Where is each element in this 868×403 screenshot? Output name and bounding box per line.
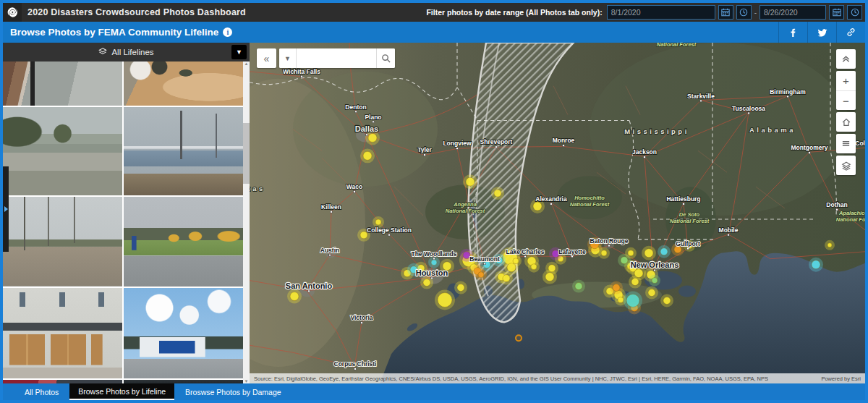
zoom-out-button[interactable]: − bbox=[836, 90, 856, 110]
photo-dot[interactable] bbox=[457, 284, 464, 292]
photo-dot[interactable] bbox=[628, 250, 634, 256]
facebook-icon[interactable] bbox=[778, 22, 807, 43]
map-label: Lake Charles bbox=[506, 248, 545, 255]
gallery-scrollbar[interactable]: ▲ ▼ bbox=[243, 61, 250, 383]
twitter-icon[interactable] bbox=[807, 22, 836, 43]
photo-thumbnail[interactable] bbox=[124, 197, 243, 287]
dashboard-page: 2020 Disasters Crowdsourced Photos Dashb… bbox=[0, 0, 868, 403]
photo-dot[interactable] bbox=[368, 133, 377, 142]
scroll-down-icon[interactable]: ▼ bbox=[244, 379, 249, 383]
photo-dot[interactable] bbox=[423, 279, 430, 287]
map-container[interactable]: Wichita FallsDentonPlanoDallasTylerLongv… bbox=[250, 43, 865, 383]
link-icon[interactable] bbox=[836, 22, 865, 43]
map-label: Angelina bbox=[453, 201, 477, 208]
map-label: Houston bbox=[416, 268, 448, 277]
share-buttons bbox=[778, 22, 865, 43]
map-label: Tuscaloosa bbox=[732, 105, 765, 112]
photo-dot[interactable] bbox=[494, 190, 501, 197]
layers-icon[interactable] bbox=[836, 156, 856, 175]
photo-dot[interactable] bbox=[290, 292, 299, 301]
city-marker bbox=[608, 245, 610, 247]
map-label: De Soto bbox=[679, 211, 700, 218]
map-label: Longview bbox=[443, 140, 472, 147]
city-marker bbox=[373, 121, 375, 123]
zoom-in-button[interactable]: + bbox=[836, 71, 856, 90]
photo-dot[interactable] bbox=[613, 284, 620, 292]
storm-position-marker[interactable] bbox=[516, 335, 522, 341]
photo-dot[interactable] bbox=[621, 257, 628, 264]
photo-thumbnail[interactable] bbox=[3, 107, 122, 195]
map-label: Columbus bbox=[855, 140, 865, 147]
calendar-icon[interactable] bbox=[718, 5, 733, 20]
tab-all-photos[interactable]: All Photos bbox=[16, 383, 67, 400]
photo-thumbnail[interactable] bbox=[3, 197, 122, 287]
search-source-caret-icon[interactable]: ▼ bbox=[279, 48, 297, 68]
photo-dot[interactable] bbox=[438, 293, 452, 307]
photo-dot[interactable] bbox=[431, 260, 437, 266]
collapse-search-icon[interactable]: « bbox=[257, 48, 276, 68]
tab-broswse-photos-by-damage[interactable]: Broswse Photos by Damage bbox=[176, 383, 289, 400]
photo-dot[interactable] bbox=[478, 272, 484, 278]
photo-dot[interactable] bbox=[363, 151, 372, 160]
clock-icon[interactable] bbox=[847, 5, 862, 20]
photo-dot[interactable] bbox=[626, 294, 639, 307]
scroll-up-icon[interactable]: ▲ bbox=[244, 61, 249, 66]
map-label: Texas bbox=[250, 184, 265, 192]
map-label: Gulfport bbox=[676, 240, 700, 247]
date-range-filter: Filter photos by date range (All Photos … bbox=[426, 5, 865, 20]
clock-icon[interactable] bbox=[736, 5, 752, 20]
photo-dot[interactable] bbox=[531, 264, 537, 270]
tab-browse-photos-by-lifeline[interactable]: Browse Photos by Lifeline bbox=[69, 383, 174, 400]
photo-thumbnail[interactable] bbox=[3, 61, 122, 106]
city-marker bbox=[424, 154, 426, 156]
main-content: All Lifelines ▼ ▲ ▼ bbox=[3, 43, 865, 383]
photo-dot[interactable] bbox=[663, 297, 671, 305]
city-marker bbox=[388, 234, 391, 236]
home-icon[interactable] bbox=[836, 112, 856, 132]
photo-dot[interactable] bbox=[513, 258, 519, 264]
map-canvas[interactable]: Wichita FallsDentonPlanoDallasTylerLongv… bbox=[250, 43, 865, 383]
photo-dot[interactable] bbox=[375, 219, 381, 225]
photo-dot[interactable] bbox=[660, 248, 668, 255]
map-label: Corpus Christi bbox=[334, 360, 377, 368]
map-label: The Woodlands bbox=[411, 250, 456, 258]
photo-thumbnail[interactable] bbox=[124, 380, 243, 383]
calendar-icon[interactable] bbox=[829, 5, 844, 20]
collapse-up-icon[interactable] bbox=[836, 49, 856, 69]
city-marker bbox=[433, 258, 435, 260]
expand-arrow-icon bbox=[4, 206, 8, 212]
photo-dot[interactable] bbox=[618, 297, 624, 303]
map-search-input[interactable] bbox=[297, 48, 376, 68]
photo-thumbnail[interactable] bbox=[3, 380, 122, 383]
photo-dot[interactable] bbox=[545, 273, 554, 281]
search-icon[interactable] bbox=[376, 48, 395, 68]
photo-dot[interactable] bbox=[644, 249, 653, 258]
map-label: Plano bbox=[365, 114, 381, 121]
photo-thumbnail[interactable] bbox=[124, 288, 243, 378]
photo-dot[interactable] bbox=[601, 250, 607, 256]
info-icon[interactable]: i bbox=[223, 27, 232, 37]
photo-dot[interactable] bbox=[503, 275, 510, 282]
city-marker bbox=[687, 247, 689, 250]
lifeline-dropdown-caret[interactable]: ▼ bbox=[231, 45, 247, 59]
map-label: San Antonio bbox=[286, 281, 333, 290]
date-from-input[interactable] bbox=[607, 5, 715, 20]
legend-icon[interactable] bbox=[836, 134, 856, 153]
photo-dot[interactable] bbox=[648, 289, 655, 297]
photo-dot[interactable] bbox=[466, 177, 475, 186]
photo-thumbnail[interactable] bbox=[124, 61, 243, 106]
photo-dot[interactable] bbox=[533, 202, 542, 211]
photo-dot[interactable] bbox=[652, 278, 658, 284]
panel-collapse-handle[interactable] bbox=[3, 166, 9, 252]
map-attribution: Source: Esri, DigitalGlobe, GeoEye, Eart… bbox=[250, 373, 865, 383]
gallery-scrollbar-thumb[interactable] bbox=[243, 123, 250, 184]
photo-thumbnail[interactable] bbox=[3, 288, 122, 378]
photo-panel: All Lifelines ▼ ▲ ▼ bbox=[3, 43, 250, 383]
date-to-input[interactable] bbox=[760, 5, 826, 20]
photo-dot[interactable] bbox=[634, 269, 643, 278]
photo-thumbnail[interactable] bbox=[124, 107, 243, 195]
map-label: Starkville bbox=[687, 93, 715, 100]
photo-dot[interactable] bbox=[827, 243, 832, 247]
photo-dot[interactable] bbox=[575, 283, 582, 290]
photo-dot[interactable] bbox=[812, 260, 820, 269]
